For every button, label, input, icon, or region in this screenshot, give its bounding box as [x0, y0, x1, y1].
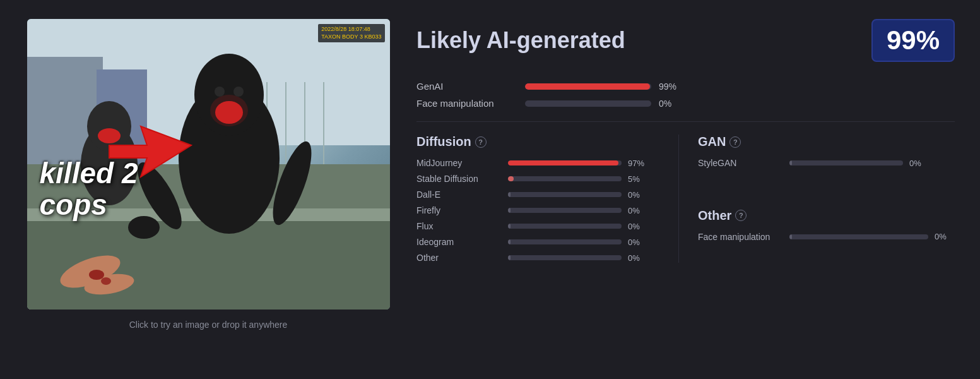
image-overlay-text: killed 2 cops — [40, 157, 138, 221]
other-title: Other ? — [698, 208, 955, 223]
left-panel: killed 2 cops 2022/8/28 18:07:48 TAXON B… — [25, 19, 391, 330]
diffusion-section: Diffusion ? MidJourney 97% Stable Diffus… — [416, 135, 659, 263]
metric-stable-diffusion: Stable Diffusion 5% — [416, 174, 659, 184]
right-column: GAN ? StyleGAN 0% — [698, 135, 955, 263]
gan-section: GAN ? StyleGAN 0% — [698, 135, 955, 190]
pct-stylegan: 0% — [909, 159, 930, 168]
diffusion-help-icon[interactable]: ? — [475, 136, 487, 148]
label-flux: Flux — [416, 221, 502, 231]
label-diffusion-other: Other — [416, 253, 502, 263]
label-midjourney: MidJourney — [416, 158, 502, 168]
pct-midjourney: 97% — [628, 159, 648, 168]
metric-diffusion-other: Other 0% — [416, 253, 659, 263]
metric-row-genai: GenAI 99% — [416, 81, 955, 92]
pct-stable-diffusion: 5% — [628, 174, 648, 184]
svg-point-16 — [233, 87, 244, 97]
metric-midjourney: MidJourney 97% — [416, 158, 659, 168]
bar-stylegan — [789, 160, 903, 165]
bar-dalle — [508, 192, 622, 197]
svg-point-21 — [87, 101, 131, 152]
label-firefly: Firefly — [416, 205, 502, 215]
sections-row: Diffusion ? MidJourney 97% Stable Diffus… — [416, 135, 955, 263]
bar-diffusion-other — [508, 255, 622, 260]
metric-face-manip: Face manipulation 0% — [698, 232, 955, 242]
bar-face-manip — [789, 234, 928, 239]
verdict-header: Likely AI-generated 99% — [416, 19, 955, 62]
label-face-manip: Face manipulation — [698, 232, 783, 242]
other-help-icon[interactable]: ? — [735, 210, 747, 221]
label-stable-diffusion: Stable Diffusion — [416, 174, 502, 184]
other-section: Other ? Face manipulation 0% — [698, 208, 955, 263]
gan-metrics: StyleGAN 0% — [698, 158, 955, 168]
metric-bar-genai — [525, 83, 651, 90]
gan-help-icon[interactable]: ? — [729, 136, 741, 148]
svg-point-15 — [215, 87, 225, 97]
vertical-divider — [678, 135, 679, 263]
verdict-title: Likely AI-generated — [416, 27, 625, 54]
image-upload-area[interactable]: killed 2 cops 2022/8/28 18:07:48 TAXON B… — [27, 19, 390, 310]
label-ideogram: Ideogram — [416, 237, 502, 247]
bar-midjourney — [508, 160, 622, 165]
metric-pct-genai: 99% — [659, 81, 681, 92]
pct-diffusion-other: 0% — [628, 253, 648, 263]
pct-flux: 0% — [628, 222, 648, 231]
pct-ideogram: 0% — [628, 238, 648, 247]
pct-dalle: 0% — [628, 190, 648, 200]
label-stylegan: StyleGAN — [698, 158, 783, 168]
metric-row-face: Face manipulation 0% — [416, 98, 955, 109]
svg-point-25 — [89, 270, 104, 280]
metric-bar-face — [525, 100, 651, 107]
label-dalle: Dall-E — [416, 190, 502, 200]
score-badge: 99% — [871, 19, 955, 62]
image-canvas: killed 2 cops 2022/8/28 18:07:48 TAXON B… — [27, 19, 390, 310]
right-panel: Likely AI-generated 99% GenAI 99% Face m… — [416, 19, 955, 263]
metric-ideogram: Ideogram 0% — [416, 237, 659, 247]
top-metrics: GenAI 99% Face manipulation 0% — [416, 81, 955, 122]
pct-face-manip: 0% — [935, 232, 955, 241]
metric-stylegan: StyleGAN 0% — [698, 158, 955, 168]
metric-firefly: Firefly 0% — [416, 205, 659, 215]
metric-label-face: Face manipulation — [416, 98, 517, 109]
main-container: killed 2 cops 2022/8/28 18:07:48 TAXON B… — [0, 0, 980, 379]
pct-firefly: 0% — [628, 206, 648, 215]
metric-flux: Flux 0% — [416, 221, 659, 231]
click-hint: Click to try an image or drop it anywher… — [129, 320, 288, 330]
metric-dalle: Dall-E 0% — [416, 190, 659, 200]
gan-title: GAN ? — [698, 135, 955, 149]
metric-label-genai: GenAI — [416, 81, 517, 92]
diffusion-title: Diffusion ? — [416, 135, 659, 149]
metric-bar-fill-genai — [525, 83, 650, 90]
svg-point-14 — [215, 101, 243, 124]
bar-flux — [508, 224, 622, 229]
bar-firefly — [508, 208, 622, 213]
svg-point-26 — [101, 277, 111, 285]
svg-point-22 — [98, 128, 121, 143]
bar-ideogram — [508, 239, 622, 244]
image-watermark: 2022/8/28 18:07:48 TAXON BODY 3 KB033 — [318, 24, 384, 42]
diffusion-metrics: MidJourney 97% Stable Diffusion 5% — [416, 158, 659, 263]
other-metrics: Face manipulation 0% — [698, 232, 955, 242]
metric-pct-face: 0% — [659, 99, 681, 109]
bar-stable-diffusion — [508, 176, 622, 181]
